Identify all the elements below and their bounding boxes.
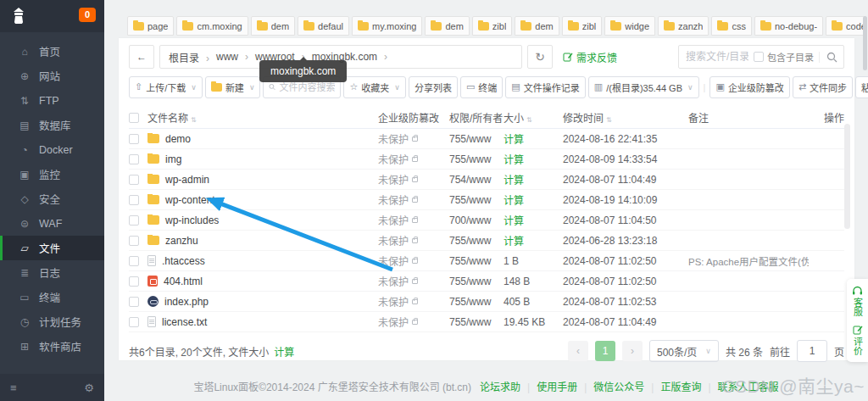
sort-icon[interactable]: ⇅ xyxy=(526,116,532,124)
breadcrumb-item[interactable]: 根目录 xyxy=(169,50,216,64)
file-name[interactable]: license.txt xyxy=(162,316,207,328)
tamper-status[interactable]: 未保护 xyxy=(378,172,449,187)
file-size[interactable]: 计算 xyxy=(504,233,563,248)
sidebar-item[interactable]: ⊕ 网站 xyxy=(0,64,104,88)
rate-button[interactable]: 评价 xyxy=(853,325,863,355)
sidebar-item[interactable]: ▣ 监控 xyxy=(0,162,104,187)
sort-icon[interactable]: ⇅ xyxy=(606,116,612,124)
page-scrollbar[interactable] xyxy=(863,16,867,70)
sidebar-item[interactable]: ⊜ WAF xyxy=(0,211,104,236)
next-page-button[interactable]: › xyxy=(622,341,643,361)
table-row[interactable]: wp-admin 未保护 754/www 计算 2024-08-07 11:04… xyxy=(129,170,844,190)
row-checkbox[interactable] xyxy=(129,256,139,266)
file-name[interactable]: img xyxy=(165,153,181,165)
file-name[interactable]: .htaccess xyxy=(162,255,205,267)
share-list-button[interactable]: 分享列表 xyxy=(409,76,458,98)
search-button[interactable] xyxy=(819,52,837,63)
table-row[interactable]: zanzhu 未保护 755/www 计算 2024-06-28 13:23:1… xyxy=(129,231,844,251)
file-name[interactable]: 404.html xyxy=(164,276,203,287)
sidebar-item[interactable]: ◷ 计划任务 xyxy=(0,309,104,334)
settings-gear-icon[interactable]: ⚙ xyxy=(84,382,94,394)
file-log-button[interactable]: ▤ 文件操作记录 xyxy=(505,76,585,98)
tamper-status[interactable]: 未保护 xyxy=(378,233,449,248)
folder-tab[interactable]: my.moxing xyxy=(352,16,422,36)
folder-tab[interactable]: zibl xyxy=(562,16,603,36)
table-row[interactable]: license.txt 未保护 755/www 19.45 KB 2024-08… xyxy=(129,312,844,332)
tamper-status[interactable]: 未保护 xyxy=(378,131,449,146)
table-row[interactable]: wp-includes 未保护 700/www 计算 2024-08-07 11… xyxy=(129,210,844,231)
row-checkbox[interactable] xyxy=(129,276,139,287)
file-size[interactable]: 计算 xyxy=(504,152,563,166)
folder-tab[interactable]: dem xyxy=(251,16,295,36)
table-row[interactable]: index.php 未保护 755/www 405 B 2024-08-07 1… xyxy=(129,292,844,312)
sidebar-item[interactable]: ▤ 数据库 xyxy=(0,113,104,137)
row-checkbox[interactable] xyxy=(129,154,139,164)
tamper-status[interactable]: 未保护 xyxy=(378,294,449,309)
select-all-checkbox[interactable] xyxy=(129,113,139,123)
row-checkbox[interactable] xyxy=(129,297,139,307)
file-size[interactable]: 计算 xyxy=(504,131,563,146)
calc-size-link[interactable]: 计算 xyxy=(274,344,294,359)
folder-tab[interactable]: css xyxy=(711,16,752,36)
feedback-link[interactable]: 需求反馈 xyxy=(563,50,617,64)
table-row[interactable]: 404.html 未保护 755/www 148 B 2024-08-07 11… xyxy=(129,271,844,292)
file-size[interactable]: 计算 xyxy=(504,213,563,227)
file-name[interactable]: wp-admin xyxy=(165,174,209,186)
tamper-status[interactable]: 未保护 xyxy=(378,213,449,227)
tamper-status[interactable]: 未保护 xyxy=(378,192,449,207)
tamper-status[interactable]: 未保护 xyxy=(378,315,449,329)
table-row[interactable]: demo 未保护 755/www 计算 2024-08-16 22:41:35 xyxy=(129,129,844,149)
file-name[interactable]: wp-content xyxy=(165,194,215,206)
folder-tab[interactable]: no-debug- xyxy=(754,16,823,36)
collapse-sidebar-icon[interactable]: ≡ xyxy=(10,382,17,394)
file-size[interactable]: 19.45 KB xyxy=(504,316,563,328)
row-checkbox[interactable] xyxy=(129,175,139,185)
folder-tab[interactable]: dem xyxy=(425,16,469,36)
sidebar-item[interactable]: ⇅ FTP xyxy=(0,88,104,113)
sidebar-item[interactable]: ⊞ 软件商店 xyxy=(0,334,104,359)
footer-link[interactable]: 微信公众号 xyxy=(577,382,644,393)
file-size[interactable]: 计算 xyxy=(504,192,563,207)
table-row[interactable]: .htaccess 未保护 755/www 1 B 2024-08-07 11:… xyxy=(129,251,844,271)
footer-link[interactable]: 正版查询 xyxy=(644,382,701,393)
breadcrumb-item[interactable]: www xyxy=(216,51,255,63)
back-button[interactable]: ← xyxy=(129,45,154,69)
file-name[interactable]: zanzhu xyxy=(165,235,198,247)
header-file-name[interactable]: 文件名称⇅ xyxy=(147,110,378,125)
sidebar-item[interactable]: ≣ 日志 xyxy=(0,260,104,285)
file-name[interactable]: index.php xyxy=(164,296,209,308)
search-input[interactable] xyxy=(686,51,748,63)
current-page-button[interactable]: 1 xyxy=(595,341,615,361)
file-name[interactable]: demo xyxy=(165,133,191,145)
tamper-status[interactable]: 未保护 xyxy=(378,253,449,268)
folder-tab[interactable]: cm.moxing xyxy=(176,16,248,36)
row-checkbox[interactable] xyxy=(129,317,139,327)
row-checkbox[interactable] xyxy=(129,195,139,205)
file-size[interactable]: 计算 xyxy=(504,172,563,187)
content-search-input[interactable] xyxy=(279,82,335,92)
file-name[interactable]: wp-includes xyxy=(165,214,219,226)
table-row[interactable]: wp-content 未保护 755/www 计算 2024-08-19 14:… xyxy=(129,190,844,210)
tamper-status[interactable]: 未保护 xyxy=(378,274,449,288)
folder-tab[interactable]: dem xyxy=(515,16,559,36)
sort-icon[interactable]: ⇅ xyxy=(191,116,197,124)
row-checkbox[interactable] xyxy=(129,236,139,246)
favorites-button[interactable]: ☆ 收藏夹 xyxy=(343,76,405,98)
row-checkbox[interactable] xyxy=(129,215,139,226)
folder-tab[interactable]: widge xyxy=(604,16,655,36)
sidebar-item[interactable]: ◔ Docker xyxy=(0,137,104,162)
sidebar-item[interactable]: ◇ 安全 xyxy=(0,187,104,211)
table-scrollbar[interactable] xyxy=(844,124,850,229)
tamper-status[interactable]: 未保护 xyxy=(378,152,449,166)
goto-page-input[interactable] xyxy=(797,340,827,362)
file-size[interactable]: 148 B xyxy=(504,276,563,287)
customer-service-button[interactable]: 客服 xyxy=(852,286,863,316)
footer-link[interactable]: 使用手册 xyxy=(520,382,577,393)
upload-download-button[interactable]: ⇧ 上传/下载 xyxy=(129,76,203,98)
prev-page-button[interactable]: ‹ xyxy=(568,341,588,361)
file-sync-button[interactable]: ⇄ 文件同步 xyxy=(793,76,853,98)
header-size[interactable]: 大小⇅ xyxy=(504,110,563,125)
tamper-proof-button[interactable]: ▣ 企业级防篡改 xyxy=(709,76,789,98)
sidebar-item[interactable]: ⌂ 首页 xyxy=(0,39,104,64)
table-row[interactable]: img 未保护 755/www 计算 2024-08-09 14:33:54 xyxy=(129,149,844,170)
